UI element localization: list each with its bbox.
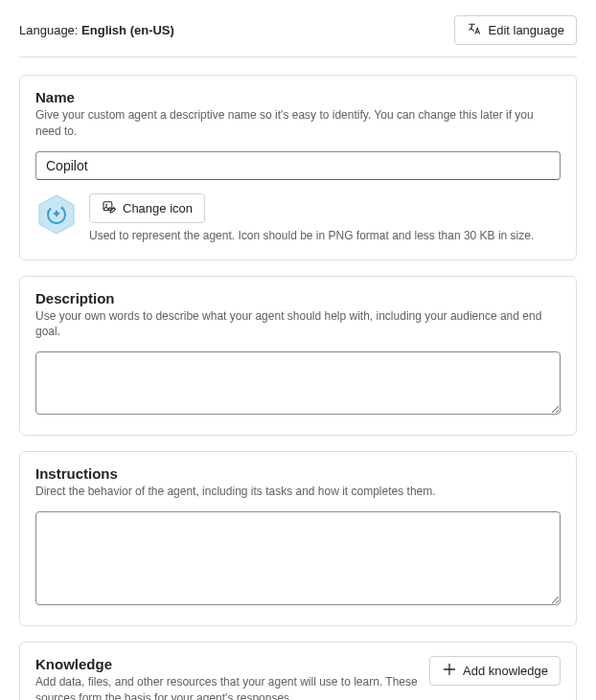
agent-icon [35,193,78,236]
edit-language-label: Edit language [488,23,564,37]
instructions-title: Instructions [35,465,561,482]
instructions-description: Direct the behavior of the agent, includ… [35,484,561,500]
knowledge-card: Knowledge Add data, files, and other res… [19,642,577,700]
description-card: Description Use your own words to descri… [19,276,577,437]
change-icon-label: Change icon [123,201,193,215]
icon-help-text: Used to represent the agent. Icon should… [89,229,561,242]
knowledge-description: Add data, files, and other resources tha… [35,674,418,700]
language-label: Language: English (en-US) [19,23,174,37]
name-description: Give your custom agent a descriptive nam… [35,107,561,140]
plus-icon [442,662,457,680]
description-title: Description [35,290,561,306]
add-knowledge-label: Add knowledge [463,664,548,678]
change-icon-button[interactable]: Change icon [89,193,205,223]
language-value: English (en-US) [81,23,174,37]
translate-icon [467,21,482,39]
name-card: Name Give your custom agent a descriptiv… [19,75,577,260]
image-edit-icon [102,199,117,217]
add-knowledge-button[interactable]: Add knowledge [429,656,561,686]
description-input[interactable] [35,351,561,415]
name-title: Name [35,89,561,105]
name-input[interactable] [35,151,561,180]
instructions-card: Instructions Direct the behavior of the … [19,451,577,626]
instructions-input[interactable] [35,511,561,605]
edit-language-button[interactable]: Edit language [454,15,577,45]
language-prefix: Language: [19,23,81,37]
language-bar: Language: English (en-US) Edit language [19,15,577,57]
description-description: Use your own words to describe what your… [35,308,561,341]
svg-point-3 [105,204,107,206]
knowledge-title: Knowledge [35,656,418,672]
